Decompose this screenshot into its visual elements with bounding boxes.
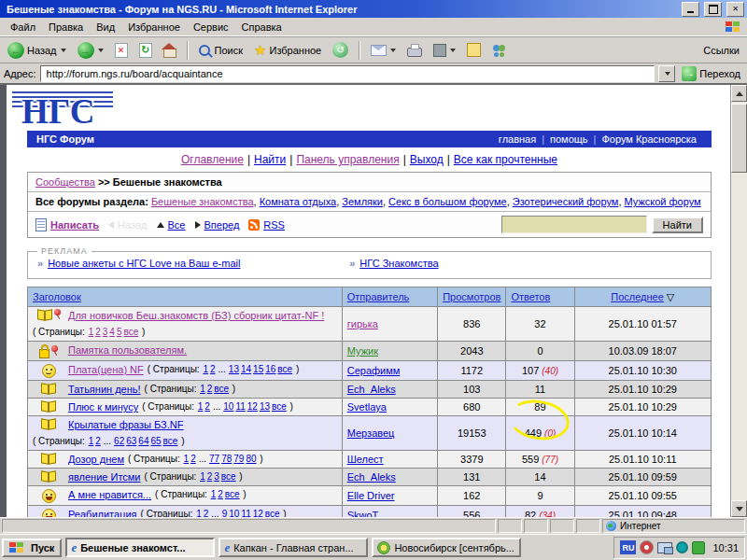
back-dropdown-icon[interactable] bbox=[61, 49, 66, 52]
taskbar-window-button[interactable]: eБешеные знакомст... bbox=[65, 538, 215, 557]
page-link[interactable]: 80 bbox=[246, 454, 256, 464]
page-link[interactable]: 1 bbox=[198, 401, 204, 412]
page-link[interactable]: 62 bbox=[114, 436, 124, 446]
home-button[interactable] bbox=[160, 40, 180, 60]
scroll-up-button[interactable] bbox=[731, 85, 747, 102]
menu-item[interactable]: Вид bbox=[90, 20, 121, 35]
vertical-scrollbar[interactable] bbox=[730, 85, 747, 517]
page-link[interactable]: 64 bbox=[138, 436, 148, 446]
next-button[interactable]: Вперед bbox=[195, 219, 240, 231]
menu-item[interactable]: Правка bbox=[42, 20, 90, 35]
edit-button[interactable] bbox=[430, 42, 459, 59]
page-link[interactable]: 3 bbox=[103, 327, 108, 337]
page-link[interactable]: все bbox=[265, 509, 280, 517]
page-link[interactable]: 15 bbox=[253, 364, 263, 374]
ngs-logo[interactable]: НГС bbox=[12, 90, 124, 136]
topic-title-link[interactable]: Крылатые фразы БЗ.NF bbox=[68, 418, 183, 431]
topic-title-link[interactable]: явление Итсми bbox=[68, 470, 141, 483]
forum-link[interactable]: Мужской форум bbox=[625, 196, 701, 207]
go-button[interactable]: Переход bbox=[679, 66, 743, 81]
nav-link[interactable]: Найти bbox=[254, 153, 286, 166]
header-views-link[interactable]: Просмотров bbox=[443, 291, 500, 302]
topic-author-link[interactable]: гирька bbox=[347, 318, 378, 329]
network-icon[interactable] bbox=[657, 542, 672, 553]
page-link[interactable]: 1 bbox=[203, 364, 208, 374]
page-link[interactable]: 2 bbox=[95, 436, 101, 446]
menu-item[interactable]: Сервис bbox=[187, 20, 235, 35]
forum-link[interactable]: Комната отдыха bbox=[260, 196, 343, 207]
page-link[interactable]: 4 bbox=[109, 327, 115, 337]
page-link[interactable]: 2 bbox=[207, 471, 213, 482]
taskbar-window-button[interactable]: eКапкан - Главная стран... bbox=[218, 538, 368, 557]
topic-title-link[interactable]: Для новичков Беш.знакомств (БЗ) сборник … bbox=[68, 309, 324, 322]
header-replies-link[interactable]: Ответов bbox=[511, 291, 550, 302]
ad-link[interactable]: НГС Знакомства bbox=[359, 258, 438, 269]
edit-dropdown-icon[interactable] bbox=[450, 49, 456, 52]
history-button[interactable] bbox=[329, 40, 352, 60]
page-link[interactable]: 9 bbox=[222, 509, 228, 517]
taskbar-window-button[interactable]: Новосибирск [сентябрь... bbox=[372, 538, 521, 557]
header-title-link[interactable]: Заголовок bbox=[33, 291, 81, 302]
header-last-link[interactable]: Последнее bbox=[611, 291, 664, 302]
forward-button[interactable]: → bbox=[74, 40, 107, 61]
topic-author-link[interactable]: SkwoT bbox=[347, 510, 379, 517]
topic-title-link[interactable]: Плюс к минусу bbox=[68, 400, 138, 413]
page-link[interactable]: 1 bbox=[211, 489, 217, 499]
page-link[interactable]: 16 bbox=[265, 364, 275, 374]
topic-title-link[interactable]: Реабилитация bbox=[68, 508, 137, 517]
page-link[interactable]: 2 bbox=[207, 384, 213, 394]
topic-title-link[interactable]: А мне нравится... bbox=[68, 488, 151, 501]
breadcrumb-root-link[interactable]: Сообщества bbox=[35, 176, 95, 188]
page-link[interactable]: 14 bbox=[241, 364, 251, 374]
page-link[interactable]: все bbox=[123, 327, 138, 337]
page-link[interactable]: 1 bbox=[200, 471, 205, 482]
topic-author-link[interactable]: Шелест bbox=[347, 454, 384, 465]
page-link[interactable]: 13 bbox=[260, 401, 270, 412]
close-button[interactable] bbox=[726, 2, 744, 17]
menu-item[interactable]: Справка bbox=[235, 20, 289, 35]
forward-dropdown-icon[interactable] bbox=[98, 49, 104, 52]
nav-link[interactable]: Все как прочтенные bbox=[454, 153, 557, 166]
mail-button[interactable] bbox=[367, 43, 400, 58]
page-link[interactable]: 2 bbox=[218, 489, 223, 499]
address-input[interactable]: http://forum.ngs.ru/board/acquaintance bbox=[40, 65, 655, 82]
topic-author-link[interactable]: Svetlaya bbox=[347, 401, 387, 413]
minimize-button[interactable] bbox=[682, 2, 699, 17]
start-button[interactable]: Пуск bbox=[2, 539, 62, 557]
topic-author-link[interactable]: Серафимм bbox=[347, 365, 401, 376]
page-link[interactable]: 1 bbox=[200, 384, 205, 394]
topic-title-link[interactable]: Дозор днем bbox=[68, 453, 124, 466]
banner-link[interactable]: помощь bbox=[544, 133, 594, 145]
scroll-down-button[interactable] bbox=[731, 500, 747, 517]
all-button[interactable]: Все bbox=[157, 219, 186, 231]
page-link[interactable]: 63 bbox=[126, 436, 136, 446]
page-link[interactable]: 78 bbox=[221, 454, 232, 464]
page-link[interactable]: 10 bbox=[229, 509, 239, 517]
page-link[interactable]: 2 bbox=[190, 454, 196, 464]
page-link[interactable]: 13 bbox=[229, 364, 239, 374]
nav-link[interactable]: Панель управления bbox=[296, 153, 399, 166]
red-round-icon[interactable] bbox=[640, 540, 654, 554]
page-link[interactable]: 2 bbox=[210, 364, 216, 374]
teal-round-icon[interactable] bbox=[676, 541, 688, 553]
scrollbar-thumb[interactable] bbox=[731, 104, 747, 173]
write-button[interactable]: Написать bbox=[35, 218, 99, 231]
menu-item[interactable]: Избранное bbox=[121, 20, 187, 35]
menu-item[interactable]: Файл bbox=[4, 20, 42, 35]
topic-author-link[interactable]: Мужик bbox=[347, 345, 378, 357]
links-bar-label[interactable]: Ссылки bbox=[699, 43, 743, 58]
forum-link[interactable]: Бешеные знакомства bbox=[151, 196, 260, 207]
forum-link[interactable]: Земляки bbox=[342, 196, 388, 207]
language-indicator[interactable]: RU bbox=[620, 540, 636, 554]
page-link[interactable]: 65 bbox=[150, 436, 161, 446]
banner-link[interactable]: главная bbox=[493, 133, 542, 145]
stop-button[interactable] bbox=[111, 41, 132, 60]
page-link[interactable]: 5 bbox=[117, 327, 122, 337]
maximize-button[interactable] bbox=[704, 2, 722, 17]
page-link[interactable]: 1 bbox=[89, 436, 94, 446]
topic-title-link[interactable]: Татьянин день! bbox=[68, 383, 141, 396]
page-link[interactable]: 3 bbox=[214, 471, 219, 482]
forum-link[interactable]: Секс в большом форуме bbox=[388, 196, 513, 207]
topic-author-link[interactable]: Elle Driver bbox=[347, 490, 395, 501]
page-link[interactable]: 2 bbox=[95, 327, 101, 337]
